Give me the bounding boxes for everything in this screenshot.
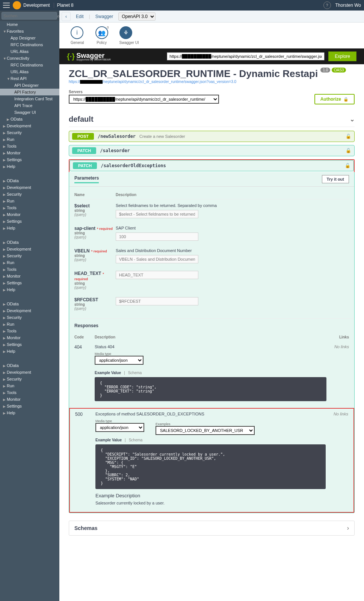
sidebar-item[interactable]: ▶Settings (0, 218, 59, 225)
sidebar-item[interactable]: API Factory (0, 89, 59, 95)
general-icon[interactable]: i (71, 26, 83, 39)
sidebar-item[interactable]: ▶Help (0, 409, 59, 416)
schemas-section[interactable]: Schemas › (69, 521, 355, 536)
api-spec-link[interactable]: https:///neptune/api/dynamic/zcl_dr_sale… (69, 80, 355, 84)
sidebar-item[interactable]: ▶Help (0, 286, 59, 293)
sidebar-item[interactable]: URL Alias (0, 48, 59, 55)
help-icon[interactable]: ? (323, 2, 331, 9)
sidebar-item[interactable]: ▶Monitor (0, 396, 59, 403)
sidebar-item[interactable]: RFC Destinations (0, 62, 59, 68)
toolbar-swagger[interactable]: Swagger (92, 12, 116, 21)
examples-select[interactable]: SALESORD_LOCKED_BY_ANOTHER_USR (156, 426, 255, 435)
param-name: sap-client* required (74, 226, 116, 231)
swagger-ui-icon[interactable]: ⚘ (119, 26, 132, 39)
param-input[interactable] (116, 271, 198, 279)
back-button[interactable]: ‹ (62, 12, 71, 21)
sidebar-item[interactable]: API Designer (0, 82, 59, 89)
example-value-tab[interactable]: Example Value (95, 371, 121, 375)
sidebar-item[interactable]: ▶Help (0, 163, 59, 170)
try-it-out-button[interactable]: Try it out (322, 175, 349, 183)
media-type-select[interactable]: application/json (95, 356, 143, 365)
method-badge: PATCH (73, 162, 97, 169)
sidebar-item[interactable]: RFC Destinations (0, 41, 59, 48)
sidebar-item[interactable]: ▶Monitor (0, 211, 59, 218)
sidebar-item[interactable]: ▶Help (0, 225, 59, 231)
sidebar-item[interactable]: ▶Tools (0, 328, 59, 334)
sidebar-item[interactable]: ▶OData (0, 116, 59, 122)
sidebar-item[interactable]: ▶Development (0, 369, 59, 376)
sidebar-item[interactable]: ▶Development (0, 122, 59, 129)
sidebar-item[interactable]: ▶Tools (0, 389, 59, 396)
sidebar-item[interactable]: ▶Security (0, 314, 59, 321)
method-badge: PATCH (72, 147, 96, 154)
authorize-button[interactable]: Authorize 🔒 (314, 94, 355, 104)
endpoint[interactable]: PATCH/salesorderOldExceptions🔓 (69, 160, 354, 171)
param-name: $RFCDEST (74, 297, 116, 302)
sidebar-item[interactable]: ▶Run (0, 198, 59, 204)
sidebar-item[interactable]: ▶Settings (0, 341, 59, 348)
section-default[interactable]: default ⌄ (69, 112, 355, 127)
sidebar-item[interactable]: Home (0, 21, 59, 28)
sidebar-item[interactable]: ▶Help (0, 348, 59, 355)
sidebar-item[interactable]: ▶Settings (0, 279, 59, 286)
app-label: Planet 8 (57, 3, 74, 8)
openapi-select[interactable]: OpenAPI 3.0 (118, 12, 156, 21)
responses-title: Responses (69, 318, 354, 333)
sidebar-item[interactable]: ▶Settings (0, 403, 59, 409)
sidebar-item[interactable]: ▶Security (0, 129, 59, 136)
lock-icon: 🔓 (346, 148, 351, 153)
sidebar-item[interactable]: ▶Security (0, 376, 59, 382)
explore-button[interactable]: Explore (328, 51, 356, 61)
sidebar-item[interactable]: ▼Rest API (0, 75, 59, 82)
sidebar-item[interactable]: ▶Tools (0, 204, 59, 211)
sidebar-search-input[interactable] (2, 12, 57, 20)
sidebar-item[interactable]: Integration Card Test (0, 95, 59, 102)
sidebar-item[interactable]: ▶Run (0, 259, 59, 266)
sidebar-item[interactable]: ▶OData (0, 300, 59, 307)
schema-tab[interactable]: Schema (128, 371, 142, 375)
sidebar-item[interactable]: ▶OData (0, 239, 59, 246)
hamburger-icon[interactable] (3, 2, 10, 9)
sidebar-item[interactable]: ▶Development (0, 246, 59, 252)
param-input[interactable] (116, 233, 198, 241)
chevron-right-icon: › (347, 525, 349, 532)
sidebar-item[interactable]: ▶OData (0, 362, 59, 369)
param-input[interactable] (116, 255, 198, 263)
sidebar-item[interactable]: ▶Tools (0, 266, 59, 273)
sidebar-item[interactable]: ▶Security (0, 191, 59, 198)
param-input[interactable] (116, 210, 198, 218)
avatar[interactable] (13, 1, 21, 9)
lock-icon: 🔓 (346, 134, 351, 139)
sidebar-item[interactable]: ▶Settings (0, 156, 59, 163)
toolbar-edit[interactable]: Edit (73, 12, 87, 21)
sidebar-item[interactable]: ▶OData (0, 177, 59, 184)
media-type-select[interactable]: application/json (95, 423, 144, 432)
sidebar-item[interactable]: ▼Favorites (0, 28, 59, 35)
sidebar-item[interactable]: URL Alias (0, 68, 59, 75)
endpoint[interactable]: POST/newSalesorderCreate a new Salesorde… (69, 131, 355, 142)
sidebar-item[interactable]: ▶Development (0, 307, 59, 314)
servers-select[interactable]: https://██████████/neptune/api/dynamic/z… (69, 95, 219, 104)
swagger-url-input[interactable] (167, 52, 325, 60)
sidebar-item[interactable]: ▶Monitor (0, 334, 59, 341)
policy-icon[interactable]: 👥0 (95, 26, 108, 39)
sidebar-item[interactable]: ▶Security (0, 252, 59, 259)
sidebar-item[interactable]: ▶Tools (0, 143, 59, 149)
sidebar-item[interactable]: ▼Connectivity (0, 55, 59, 62)
schema-tab[interactable]: Schema (129, 438, 143, 442)
response-code-block: { "DESCRIPT": "Salesorder currently lock… (95, 444, 326, 489)
main-content: ‹ Edit | Swagger OpenAPI 3.0 i General 👥… (59, 11, 364, 601)
param-input[interactable] (116, 297, 198, 305)
sidebar-item[interactable]: ▶Run (0, 136, 59, 143)
sidebar-item[interactable]: ▶Run (0, 382, 59, 389)
sidebar-item[interactable]: ▶Monitor (0, 273, 59, 279)
chevron-down-icon: ⌄ (350, 116, 355, 123)
sidebar-item[interactable]: Swagger UI (0, 109, 59, 116)
sidebar-item[interactable]: ▶Monitor (0, 149, 59, 156)
sidebar-item[interactable]: ▶Development (0, 184, 59, 191)
example-value-tab[interactable]: Example Value (95, 438, 122, 442)
sidebar-item[interactable]: App Designer (0, 35, 59, 41)
sidebar-item[interactable]: ▶Run (0, 321, 59, 328)
sidebar-item[interactable]: API Trace (0, 102, 59, 109)
endpoint[interactable]: PATCH/salesorder🔓 (69, 145, 355, 156)
